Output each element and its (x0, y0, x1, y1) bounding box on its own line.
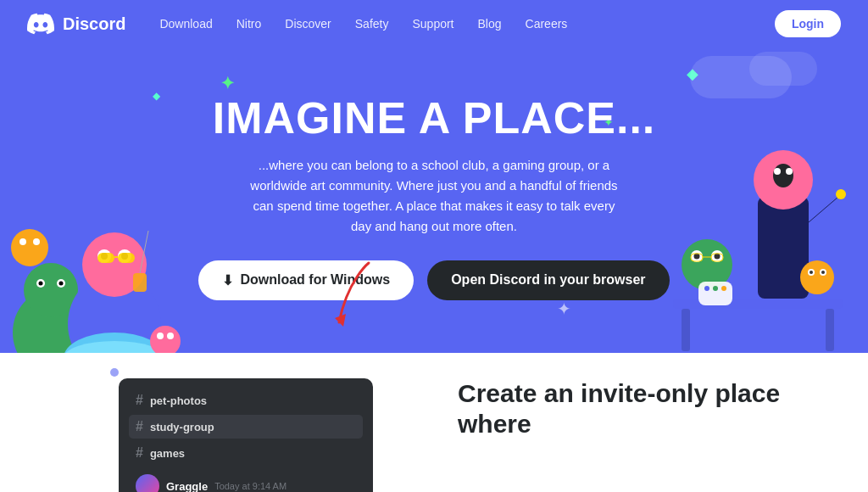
chat-message: Graggle Today at 9:14 AM Who's got notes… (129, 467, 363, 492)
hero-title: IMAGINE A PLACE... (213, 92, 656, 143)
svg-point-27 (773, 164, 793, 187)
download-button[interactable]: ⬇ Download for Windows (198, 260, 414, 300)
hash-icon-2: # (136, 419, 143, 434)
svg-rect-25 (758, 197, 809, 299)
svg-point-46 (721, 286, 726, 291)
cloud-1 (690, 56, 792, 98)
svg-rect-43 (698, 282, 732, 305)
channel-name-3: games (150, 447, 185, 460)
cloud-2 (749, 52, 817, 86)
login-button[interactable]: Login (775, 10, 841, 37)
message-header: Graggle Today at 9:14 AM (136, 474, 356, 492)
brand-logo[interactable]: Discord (27, 10, 125, 37)
brand-name: Discord (63, 14, 125, 34)
svg-point-5 (59, 282, 64, 286)
left-characters-svg (4, 95, 199, 353)
svg-point-4 (39, 282, 43, 286)
hero-buttons: ⬇ Download for Windows Open Discord in y… (198, 260, 669, 300)
svg-point-31 (836, 189, 846, 199)
svg-rect-42 (826, 309, 834, 351)
svg-point-28 (774, 168, 781, 175)
chat-username: Graggle (166, 480, 208, 493)
download-label: Download for Windows (240, 272, 390, 288)
svg-point-36 (715, 254, 721, 260)
diamond-1: ◆ (687, 64, 698, 83)
svg-point-24 (167, 333, 174, 339)
user-avatar (136, 474, 159, 492)
hash-icon-3: # (136, 445, 143, 461)
dot-decoration-1 (110, 368, 119, 377)
svg-rect-16 (114, 256, 118, 258)
hero-illustration-left (4, 95, 199, 353)
nav-support[interactable]: Support (412, 17, 453, 31)
nav-right: Login (775, 10, 841, 37)
svg-rect-14 (97, 253, 114, 263)
hero-section: ✦ ✦ ✦ ✦ ◆ ◆ (0, 48, 868, 353)
svg-point-17 (11, 229, 48, 266)
svg-point-18 (19, 238, 26, 245)
svg-point-44 (704, 286, 709, 291)
nav-blog[interactable]: Blog (478, 17, 502, 31)
svg-point-1 (24, 263, 78, 317)
hero-subtitle: ...where you can belong to a school club… (248, 155, 620, 237)
svg-point-35 (694, 254, 700, 260)
chat-card: # pet-photos # study-group # games Gragg… (119, 378, 373, 492)
svg-rect-21 (133, 273, 147, 292)
section-title: Create an invite-only place where (458, 378, 834, 439)
svg-point-23 (157, 333, 164, 339)
channel-games[interactable]: # games (129, 441, 363, 465)
svg-rect-41 (682, 309, 690, 351)
hero-illustration-right (622, 95, 868, 353)
channel-name-1: pet-photos (150, 394, 207, 407)
right-characters-svg (622, 95, 868, 353)
svg-line-30 (809, 197, 838, 222)
navbar: Discord Download Nitro Discover Safety S… (0, 0, 868, 48)
chat-timestamp: Today at 9:14 AM (214, 481, 287, 491)
channel-name-2: study-group (150, 421, 214, 433)
nav-nitro[interactable]: Nitro (236, 17, 262, 31)
svg-point-50 (810, 271, 813, 274)
svg-point-45 (713, 286, 718, 291)
download-icon: ⬇ (222, 272, 233, 288)
svg-rect-40 (673, 299, 843, 309)
lower-section: # pet-photos # study-group # games Gragg… (0, 353, 868, 492)
channel-pet-photos[interactable]: # pet-photos (129, 389, 363, 412)
svg-point-51 (821, 271, 825, 274)
nav-links: Download Nitro Discover Safety Support B… (159, 16, 567, 31)
hash-icon-1: # (136, 393, 143, 408)
nav-download[interactable]: Download (159, 17, 212, 31)
svg-point-19 (33, 238, 40, 245)
discord-icon (27, 10, 54, 37)
browser-button[interactable]: Open Discord in your browser (427, 260, 669, 300)
sparkle-4: ✦ (557, 299, 571, 319)
lower-right: Create an invite-only place where (441, 353, 868, 492)
channel-study-group[interactable]: # study-group (129, 415, 363, 439)
sparkle-1: ✦ (220, 73, 235, 93)
svg-point-47 (800, 260, 834, 294)
nav-discover[interactable]: Discover (285, 17, 331, 31)
lower-left: # pet-photos # study-group # games Gragg… (0, 353, 441, 492)
svg-rect-15 (118, 253, 135, 263)
nav-safety[interactable]: Safety (355, 17, 389, 31)
svg-point-29 (786, 168, 793, 175)
nav-careers[interactable]: Careers (526, 17, 568, 31)
